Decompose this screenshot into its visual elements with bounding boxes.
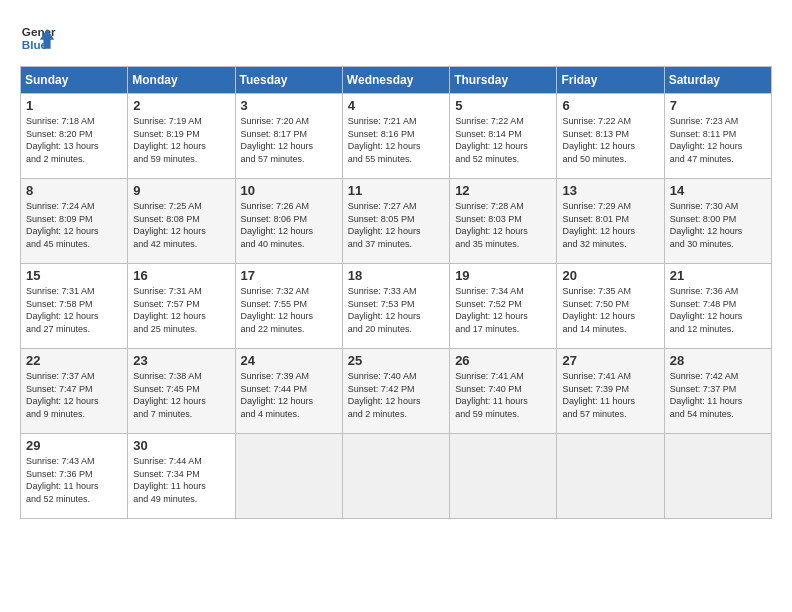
- day-number: 2: [133, 98, 229, 113]
- day-number: 7: [670, 98, 766, 113]
- calendar-header-row: SundayMondayTuesdayWednesdayThursdayFrid…: [21, 67, 772, 94]
- day-info: Sunrise: 7:43 AM Sunset: 7:36 PM Dayligh…: [26, 455, 122, 505]
- logo-icon: General Blue: [20, 20, 56, 56]
- calendar-day-cell: 28Sunrise: 7:42 AM Sunset: 7:37 PM Dayli…: [664, 349, 771, 434]
- calendar-day-header: Monday: [128, 67, 235, 94]
- day-info: Sunrise: 7:35 AM Sunset: 7:50 PM Dayligh…: [562, 285, 658, 335]
- calendar-day-cell: 9Sunrise: 7:25 AM Sunset: 8:08 PM Daylig…: [128, 179, 235, 264]
- day-info: Sunrise: 7:19 AM Sunset: 8:19 PM Dayligh…: [133, 115, 229, 165]
- day-number: 15: [26, 268, 122, 283]
- day-number: 19: [455, 268, 551, 283]
- calendar-day-header: Friday: [557, 67, 664, 94]
- calendar-day-header: Saturday: [664, 67, 771, 94]
- calendar-day-header: Thursday: [450, 67, 557, 94]
- day-number: 13: [562, 183, 658, 198]
- calendar-week-row: 29Sunrise: 7:43 AM Sunset: 7:36 PM Dayli…: [21, 434, 772, 519]
- day-info: Sunrise: 7:38 AM Sunset: 7:45 PM Dayligh…: [133, 370, 229, 420]
- day-info: Sunrise: 7:44 AM Sunset: 7:34 PM Dayligh…: [133, 455, 229, 505]
- day-number: 24: [241, 353, 337, 368]
- day-info: Sunrise: 7:33 AM Sunset: 7:53 PM Dayligh…: [348, 285, 444, 335]
- day-info: Sunrise: 7:36 AM Sunset: 7:48 PM Dayligh…: [670, 285, 766, 335]
- calendar-day-cell: 3Sunrise: 7:20 AM Sunset: 8:17 PM Daylig…: [235, 94, 342, 179]
- day-number: 4: [348, 98, 444, 113]
- calendar-day-cell: 18Sunrise: 7:33 AM Sunset: 7:53 PM Dayli…: [342, 264, 449, 349]
- day-number: 9: [133, 183, 229, 198]
- calendar-day-cell: 11Sunrise: 7:27 AM Sunset: 8:05 PM Dayli…: [342, 179, 449, 264]
- calendar-day-cell: 6Sunrise: 7:22 AM Sunset: 8:13 PM Daylig…: [557, 94, 664, 179]
- calendar-day-cell: 21Sunrise: 7:36 AM Sunset: 7:48 PM Dayli…: [664, 264, 771, 349]
- calendar-day-cell: 22Sunrise: 7:37 AM Sunset: 7:47 PM Dayli…: [21, 349, 128, 434]
- day-info: Sunrise: 7:31 AM Sunset: 7:58 PM Dayligh…: [26, 285, 122, 335]
- calendar-day-cell: 26Sunrise: 7:41 AM Sunset: 7:40 PM Dayli…: [450, 349, 557, 434]
- day-number: 6: [562, 98, 658, 113]
- day-number: 28: [670, 353, 766, 368]
- day-number: 26: [455, 353, 551, 368]
- day-number: 20: [562, 268, 658, 283]
- calendar-day-header: Tuesday: [235, 67, 342, 94]
- calendar-day-cell: 17Sunrise: 7:32 AM Sunset: 7:55 PM Dayli…: [235, 264, 342, 349]
- day-number: 10: [241, 183, 337, 198]
- day-number: 8: [26, 183, 122, 198]
- calendar-day-cell: 8Sunrise: 7:24 AM Sunset: 8:09 PM Daylig…: [21, 179, 128, 264]
- day-info: Sunrise: 7:25 AM Sunset: 8:08 PM Dayligh…: [133, 200, 229, 250]
- day-info: Sunrise: 7:34 AM Sunset: 7:52 PM Dayligh…: [455, 285, 551, 335]
- calendar-week-row: 8Sunrise: 7:24 AM Sunset: 8:09 PM Daylig…: [21, 179, 772, 264]
- day-info: Sunrise: 7:41 AM Sunset: 7:40 PM Dayligh…: [455, 370, 551, 420]
- day-number: 29: [26, 438, 122, 453]
- calendar-day-cell: 25Sunrise: 7:40 AM Sunset: 7:42 PM Dayli…: [342, 349, 449, 434]
- day-number: 12: [455, 183, 551, 198]
- calendar-day-cell: 23Sunrise: 7:38 AM Sunset: 7:45 PM Dayli…: [128, 349, 235, 434]
- day-number: 21: [670, 268, 766, 283]
- calendar-day-cell: 2Sunrise: 7:19 AM Sunset: 8:19 PM Daylig…: [128, 94, 235, 179]
- day-info: Sunrise: 7:27 AM Sunset: 8:05 PM Dayligh…: [348, 200, 444, 250]
- calendar-day-cell: 16Sunrise: 7:31 AM Sunset: 7:57 PM Dayli…: [128, 264, 235, 349]
- day-info: Sunrise: 7:21 AM Sunset: 8:16 PM Dayligh…: [348, 115, 444, 165]
- calendar-week-row: 22Sunrise: 7:37 AM Sunset: 7:47 PM Dayli…: [21, 349, 772, 434]
- calendar-day-header: Sunday: [21, 67, 128, 94]
- calendar-table: SundayMondayTuesdayWednesdayThursdayFrid…: [20, 66, 772, 519]
- day-number: 1: [26, 98, 122, 113]
- calendar-day-cell: 14Sunrise: 7:30 AM Sunset: 8:00 PM Dayli…: [664, 179, 771, 264]
- day-number: 27: [562, 353, 658, 368]
- logo: General Blue: [20, 20, 56, 56]
- calendar-day-cell: [342, 434, 449, 519]
- calendar-day-cell: 20Sunrise: 7:35 AM Sunset: 7:50 PM Dayli…: [557, 264, 664, 349]
- calendar-day-cell: 29Sunrise: 7:43 AM Sunset: 7:36 PM Dayli…: [21, 434, 128, 519]
- day-info: Sunrise: 7:29 AM Sunset: 8:01 PM Dayligh…: [562, 200, 658, 250]
- calendar-day-cell: 15Sunrise: 7:31 AM Sunset: 7:58 PM Dayli…: [21, 264, 128, 349]
- day-info: Sunrise: 7:23 AM Sunset: 8:11 PM Dayligh…: [670, 115, 766, 165]
- calendar-day-cell: [557, 434, 664, 519]
- day-number: 30: [133, 438, 229, 453]
- calendar-week-row: 1Sunrise: 7:18 AM Sunset: 8:20 PM Daylig…: [21, 94, 772, 179]
- calendar-day-cell: 4Sunrise: 7:21 AM Sunset: 8:16 PM Daylig…: [342, 94, 449, 179]
- day-number: 16: [133, 268, 229, 283]
- page-header: General Blue: [20, 20, 772, 56]
- calendar-day-cell: [235, 434, 342, 519]
- calendar-body: 1Sunrise: 7:18 AM Sunset: 8:20 PM Daylig…: [21, 94, 772, 519]
- calendar-day-header: Wednesday: [342, 67, 449, 94]
- day-info: Sunrise: 7:37 AM Sunset: 7:47 PM Dayligh…: [26, 370, 122, 420]
- day-info: Sunrise: 7:22 AM Sunset: 8:13 PM Dayligh…: [562, 115, 658, 165]
- day-number: 22: [26, 353, 122, 368]
- day-number: 3: [241, 98, 337, 113]
- day-info: Sunrise: 7:41 AM Sunset: 7:39 PM Dayligh…: [562, 370, 658, 420]
- calendar-day-cell: 19Sunrise: 7:34 AM Sunset: 7:52 PM Dayli…: [450, 264, 557, 349]
- day-info: Sunrise: 7:26 AM Sunset: 8:06 PM Dayligh…: [241, 200, 337, 250]
- day-info: Sunrise: 7:40 AM Sunset: 7:42 PM Dayligh…: [348, 370, 444, 420]
- day-number: 17: [241, 268, 337, 283]
- day-number: 5: [455, 98, 551, 113]
- day-number: 11: [348, 183, 444, 198]
- calendar-day-cell: 12Sunrise: 7:28 AM Sunset: 8:03 PM Dayli…: [450, 179, 557, 264]
- day-info: Sunrise: 7:24 AM Sunset: 8:09 PM Dayligh…: [26, 200, 122, 250]
- calendar-day-cell: [664, 434, 771, 519]
- calendar-day-cell: 27Sunrise: 7:41 AM Sunset: 7:39 PM Dayli…: [557, 349, 664, 434]
- day-number: 18: [348, 268, 444, 283]
- calendar-week-row: 15Sunrise: 7:31 AM Sunset: 7:58 PM Dayli…: [21, 264, 772, 349]
- calendar-day-cell: 1Sunrise: 7:18 AM Sunset: 8:20 PM Daylig…: [21, 94, 128, 179]
- calendar-day-cell: 24Sunrise: 7:39 AM Sunset: 7:44 PM Dayli…: [235, 349, 342, 434]
- day-info: Sunrise: 7:39 AM Sunset: 7:44 PM Dayligh…: [241, 370, 337, 420]
- calendar-day-cell: [450, 434, 557, 519]
- day-info: Sunrise: 7:32 AM Sunset: 7:55 PM Dayligh…: [241, 285, 337, 335]
- day-info: Sunrise: 7:42 AM Sunset: 7:37 PM Dayligh…: [670, 370, 766, 420]
- day-info: Sunrise: 7:31 AM Sunset: 7:57 PM Dayligh…: [133, 285, 229, 335]
